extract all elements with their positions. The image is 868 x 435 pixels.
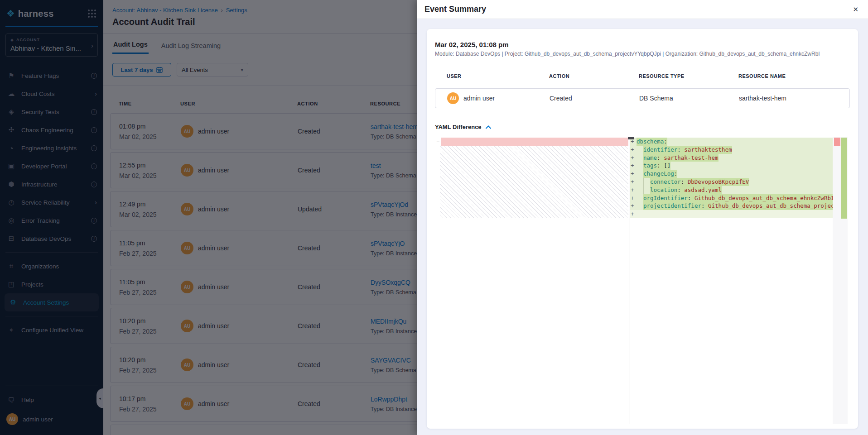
diff-left-pane[interactable]: − [436,137,630,424]
column-header: USER [447,73,549,79]
yaml-difference-toggle[interactable]: YAML Difference [435,124,850,130]
diff-line: +name: sarthak-test-hem [630,154,833,162]
diff-line: +connector: DbDevopsoBKpcpIfEV [630,178,833,186]
event-summary-drawer: Event Summary ✕ Mar 02, 2025, 01:08 pm M… [417,0,868,435]
diff-empty-hatch [440,146,628,218]
event-action: Created [550,95,639,102]
diff-line: +changeLog: [630,170,833,178]
event-meta: Module: Database DevOps | Project: Githu… [427,51,858,57]
drawer-title: Event Summary [424,5,486,14]
diff-line: +location: asdsad.yaml [630,186,833,194]
close-icon[interactable]: ✕ [853,6,858,13]
event-resource-name: sarthak-test-hem [739,95,849,102]
event-table-header: USERACTIONRESOURCE TYPERESOURCE NAME [435,73,850,79]
diff-sash-marker [628,137,634,139]
diff-removed-marker [834,138,840,146]
diff-line: +tags: [] [630,162,833,170]
column-header: RESOURCE TYPE [639,73,738,79]
event-resource-type: DB Schema [639,95,739,102]
diff-removed-line [441,138,628,146]
diff-line: + [630,210,833,218]
chevron-up-icon [486,125,491,129]
event-timestamp: Mar 02, 2025, 01:08 pm [427,41,858,48]
avatar: AU [447,92,459,104]
yaml-diff-editor[interactable]: − +dbschema:+identifier: sarthaktesthem+… [436,137,856,424]
drawer-body: Mar 02, 2025, 01:08 pm Module: Database … [417,19,868,435]
diff-removed-gutter: − [436,138,441,146]
column-header: ACTION [549,73,639,79]
event-user-cell: AU admin user [447,92,550,104]
diff-right-pane[interactable]: +dbschema:+identifier: sarthaktesthem+na… [630,137,856,424]
event-user: admin user [463,95,495,102]
diff-line: +dbschema: [630,138,833,146]
column-header: RESOURCE NAME [738,73,850,79]
event-card: Mar 02, 2025, 01:08 pm Module: Database … [427,29,858,429]
diff-line: +identifier: sarthaktesthem [630,146,833,154]
diff-overview-ruler[interactable] [833,137,848,424]
event-table-row: AU admin user Created DB Schema sarthak-… [435,88,850,108]
diff-line: +orgIdentifier: Github_db_devops_aut_db_… [630,194,833,202]
diff-added-marker [841,138,847,219]
diff-line: +projectIdentifier: Github_db_devops_aut… [630,202,833,210]
drawer-header: Event Summary ✕ [417,0,868,19]
diff-added-lines: +dbschema:+identifier: sarthaktesthem+na… [630,138,833,218]
